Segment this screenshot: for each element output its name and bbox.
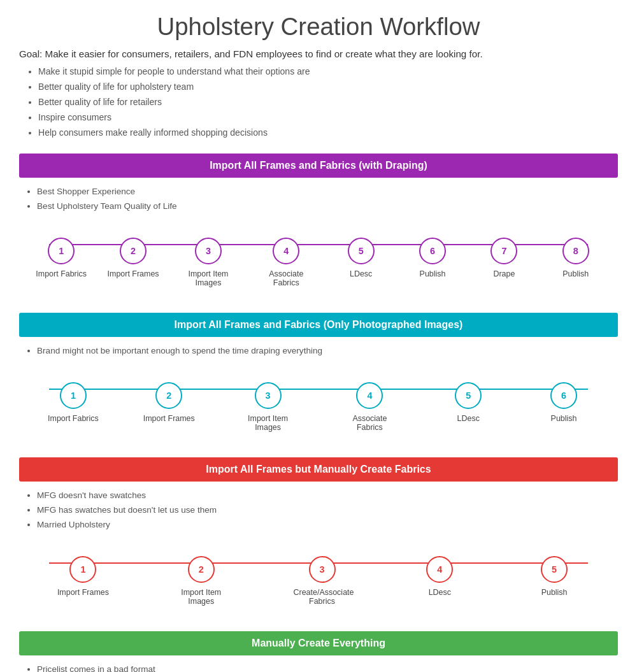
section-notes: Brand might not be important enough to s… [19, 343, 618, 358]
workflow-section-section-4: Manually Create EverythingPricelist come… [19, 631, 618, 672]
page-title: Upholstery Creation Workflow [19, 13, 618, 41]
section-note-item: MFG doesn't have swatches [37, 488, 618, 503]
intro-bullet-item: Make it stupid simple for people to unde… [38, 64, 618, 80]
step-label: Import Frames [57, 588, 109, 597]
step-circle: 3 [309, 556, 336, 583]
step-label: Import Item Images [180, 269, 237, 287]
intro-bullet-item: Better quality of life for upholstery te… [38, 80, 618, 95]
step-7: 7Drape [478, 238, 529, 278]
step-circle: 5 [455, 382, 482, 409]
intro-bullet-item: Better quality of life for retailers [38, 95, 618, 110]
step-1: 1Import Fabrics [36, 238, 87, 278]
step-circle: 4 [356, 382, 383, 409]
step-circle: 5 [541, 556, 568, 583]
step-circle: 2 [188, 556, 215, 583]
step-circle: 1 [60, 382, 87, 409]
step-circle: 4 [426, 556, 453, 583]
workflow-steps: 1Import Frames2Import Item Images3Create… [19, 543, 618, 612]
section-note-item: MFG has swatches but doesn't let us use … [37, 503, 618, 517]
step-label: Import Frames [108, 269, 159, 278]
step-5: 5LDesc [336, 238, 387, 278]
workflow-section-section-2: Import All Frames and Fabrics (Only Phot… [19, 313, 618, 438]
step-4: 4LDesc [414, 556, 465, 597]
workflow-section-section-3: Import All Frames but Manually Create Fa… [19, 457, 618, 612]
step-2: 2Import Frames [108, 238, 159, 278]
section-note-item: Best Shopper Experience [37, 184, 618, 199]
step-2: 2Import Frames [143, 382, 195, 423]
step-label: Import Frames [143, 414, 195, 423]
section-notes: Best Shopper ExperienceBest Upholstery T… [19, 184, 618, 213]
step-label: Associate Fabrics [341, 414, 398, 432]
step-6: 6Publish [538, 382, 589, 423]
step-4: 4Associate Fabrics [257, 238, 315, 287]
step-3: 3Import Item Images [240, 382, 297, 432]
step-circle: 6 [550, 382, 577, 409]
step-label: LDesc [429, 588, 451, 597]
step-3: 3Import Item Images [180, 238, 237, 287]
section-note-item: Pricelist comes in a bad format [37, 662, 618, 672]
workflow-section-section-1: Import All Frames and Fabrics (with Drap… [19, 154, 618, 294]
step-circle: 2 [120, 238, 147, 264]
step-circle: 1 [48, 238, 75, 264]
step-circle: 5 [348, 238, 375, 264]
section-note-item: Married Upholstery [37, 517, 618, 532]
step-5: 5LDesc [443, 382, 494, 423]
step-label: Import Item Images [240, 414, 297, 432]
step-circle: 3 [195, 238, 222, 264]
workflow-steps: 1Import Fabrics2Import Frames3Import Ite… [19, 369, 618, 438]
intro-bullet-item: Inspire consumers [38, 110, 618, 125]
intro-bullets: Make it stupid simple for people to unde… [19, 64, 618, 141]
step-circle: 1 [69, 556, 96, 583]
step-label: Publish [551, 414, 577, 423]
step-circle: 2 [155, 382, 182, 409]
section-header: Import All Frames and Fabrics (with Drap… [19, 154, 618, 178]
section-header: Manually Create Everything [19, 631, 618, 655]
step-label: Import Fabrics [48, 414, 99, 423]
step-label: Publish [541, 588, 568, 597]
step-label: LDesc [457, 414, 480, 423]
step-label: Publish [420, 269, 446, 278]
section-note-item: Brand might not be important enough to s… [37, 343, 618, 358]
step-circle: 6 [419, 238, 446, 264]
intro-bullet-item: Help consumers make really informed shop… [38, 125, 618, 141]
step-label: Associate Fabrics [257, 269, 315, 287]
section-header: Import All Frames and Fabrics (Only Phot… [19, 313, 618, 337]
section-notes: Pricelist comes in a bad formatMFG has a… [19, 662, 618, 672]
step-circle: 3 [255, 382, 282, 409]
section-notes: MFG doesn't have swatchesMFG has swatche… [19, 488, 618, 532]
section-header: Import All Frames but Manually Create Fa… [19, 457, 618, 482]
step-5: 5Publish [529, 556, 580, 597]
goal-text: Goal: Make it easier for consumers, reta… [19, 48, 618, 59]
workflow-steps: 1Import Fabrics2Import Frames3Import Ite… [19, 225, 618, 294]
step-label: Drape [493, 269, 515, 278]
step-label: Import Fabrics [36, 269, 87, 278]
step-label: LDesc [350, 269, 372, 278]
step-circle: 4 [273, 238, 299, 264]
step-label: Publish [562, 269, 589, 278]
step-circle: 8 [562, 238, 589, 264]
step-1: 1Import Fabrics [48, 382, 99, 423]
step-label: Create/Associate Fabrics [294, 588, 351, 606]
workflow-connector-line [49, 389, 588, 390]
step-6: 6Publish [407, 238, 458, 278]
section-note-item: Best Upholstery Team Quality of Life [37, 199, 618, 213]
step-label: Import Item Images [173, 588, 230, 606]
step-4: 4Associate Fabrics [341, 382, 398, 432]
step-8: 8Publish [550, 238, 601, 278]
step-2: 2Import Item Images [173, 556, 230, 606]
step-circle: 7 [490, 238, 517, 264]
step-1: 1Import Frames [57, 556, 109, 597]
step-3: 3Create/Associate Fabrics [294, 556, 351, 606]
